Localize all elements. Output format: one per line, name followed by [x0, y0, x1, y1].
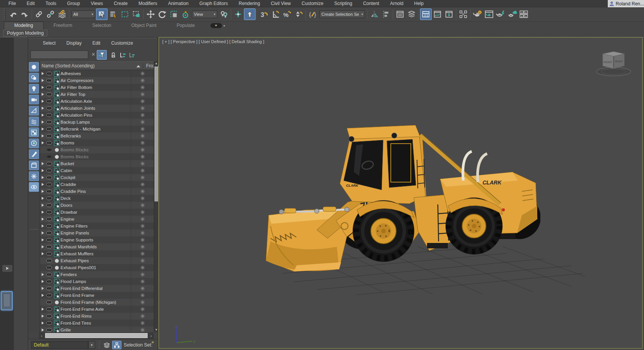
- object-name[interactable]: Adhesives: [61, 71, 131, 76]
- list-item[interactable]: Articulation Joints: [40, 105, 154, 112]
- object-name[interactable]: Doors: [61, 203, 131, 208]
- filter-containers-button[interactable]: [29, 161, 39, 170]
- expand-arrow-icon[interactable]: [42, 280, 44, 283]
- list-item[interactable]: Grille: [40, 327, 154, 332]
- toggle-scene-explorer-icon[interactable]: [394, 8, 406, 20]
- panel-drag-handle[interactable]: [28, 37, 158, 39]
- object-name[interactable]: Front-End Frame: [61, 293, 131, 298]
- filter-frozen-button[interactable]: [29, 171, 39, 181]
- frozen-icon[interactable]: [140, 113, 145, 117]
- frozen-icon[interactable]: [140, 258, 145, 263]
- list-item[interactable]: Booms: [40, 139, 154, 146]
- select-and-place-icon[interactable]: [180, 8, 191, 20]
- visibility-eye-icon[interactable]: [46, 134, 52, 138]
- menu-help[interactable]: Help: [409, 0, 429, 7]
- scroll-up-icon[interactable]: ▲: [154, 61, 158, 66]
- visibility-eye-icon[interactable]: [46, 314, 52, 318]
- select-and-scale-icon[interactable]: [168, 8, 180, 20]
- ribbon-tab-populate[interactable]: Populate: [166, 22, 205, 29]
- selection-filter-dropdown[interactable]: All▾: [71, 10, 95, 18]
- object-name[interactable]: Bucket: [61, 161, 131, 166]
- expand-materials-button[interactable]: 406: [29, 218, 39, 227]
- explorer-preset-dropdown[interactable]: Default: [31, 341, 88, 349]
- list-item[interactable]: Air Compressors: [40, 77, 154, 84]
- menu-modifiers[interactable]: Modifiers: [133, 0, 163, 7]
- lock-explorer-icon[interactable]: [108, 50, 118, 60]
- visibility-eye-closed-icon[interactable]: [46, 148, 52, 152]
- named-selection-sets-dropdown[interactable]: Create Selection Se▾: [319, 10, 365, 18]
- object-name[interactable]: Front-End Frame (Michigan): [61, 300, 131, 305]
- expand-arrow-icon[interactable]: [42, 204, 44, 207]
- object-name[interactable]: Cockpit: [61, 175, 131, 180]
- menu-animation[interactable]: Animation: [163, 0, 194, 7]
- bind-to-space-warp-icon[interactable]: [56, 8, 68, 20]
- asset-library-icon[interactable]: [518, 8, 530, 20]
- hierarchy-mode-button[interactable]: [112, 341, 121, 349]
- filter-hidden-button[interactable]: [29, 182, 39, 192]
- toggle-ribbon-icon[interactable]: [420, 8, 432, 20]
- slate-material-editor-icon[interactable]: [457, 8, 469, 20]
- list-item[interactable]: Engine Panels: [40, 229, 154, 236]
- expand-arrow-icon[interactable]: [42, 273, 44, 276]
- expand-arrow-icon[interactable]: [42, 252, 44, 255]
- expand-arrow-icon[interactable]: [42, 169, 44, 172]
- frozen-icon[interactable]: [140, 314, 145, 318]
- vertical-scrollbar[interactable]: ▲ ▼: [154, 61, 158, 332]
- expand-arrow-icon[interactable]: [42, 211, 44, 214]
- filter-lights-button[interactable]: [29, 84, 39, 94]
- list-item[interactable]: Cabin: [40, 167, 154, 174]
- select-and-rotate-icon[interactable]: [156, 8, 168, 20]
- visibility-eye-icon[interactable]: [46, 92, 52, 96]
- expand-arrow-icon[interactable]: [42, 224, 44, 228]
- expand-arrow-icon[interactable]: [42, 176, 44, 179]
- object-name[interactable]: Craddle: [61, 182, 131, 187]
- expand-arrow-icon[interactable]: [42, 308, 44, 311]
- render-production-icon[interactable]: [495, 8, 506, 20]
- layer-mode-icon[interactable]: [102, 341, 111, 349]
- frozen-icon[interactable]: [140, 168, 145, 173]
- collapse-hierarchy-icon[interactable]: [127, 50, 137, 60]
- object-name[interactable]: Exhaust Pipes001: [61, 265, 131, 270]
- list-item[interactable]: Booms Blocks: [40, 153, 154, 160]
- list-item[interactable]: Engine: [40, 216, 154, 223]
- object-name[interactable]: Grille: [61, 328, 131, 332]
- expand-arrow-icon[interactable]: [42, 93, 44, 96]
- list-item[interactable]: Exhaust Mufflers: [40, 250, 154, 257]
- list-item[interactable]: Engine Supports: [40, 236, 154, 243]
- rectangular-selection-region-icon[interactable]: [119, 8, 131, 20]
- frozen-icon[interactable]: [140, 78, 145, 83]
- list-item[interactable]: Craddle Pins: [40, 188, 154, 195]
- viewport-label[interactable]: [ + ] [ Perspective ] [ User Defined ] […: [162, 39, 264, 44]
- visibility-eye-icon[interactable]: [46, 189, 52, 193]
- frozen-icon[interactable]: [140, 85, 145, 90]
- list-item[interactable]: Exhaust Pipes: [40, 257, 154, 264]
- visibility-eye-icon[interactable]: [46, 127, 52, 131]
- menu-content[interactable]: Content: [358, 0, 385, 7]
- expand-arrow-icon[interactable]: [42, 197, 44, 200]
- explorer-menu-select[interactable]: Select: [39, 40, 59, 47]
- tab-polygon-modeling[interactable]: Polygon Modeling: [3, 30, 47, 37]
- list-item[interactable]: Front-End Rims: [40, 313, 154, 320]
- view-cube[interactable]: FRONT RIGHT: [594, 46, 634, 79]
- object-name[interactable]: Cabin: [61, 168, 131, 173]
- object-name[interactable]: Booms Blocks: [61, 154, 131, 159]
- toggle-layer-explorer-icon[interactable]: [406, 8, 417, 20]
- menu-tools[interactable]: Tools: [40, 0, 62, 7]
- object-name[interactable]: Backup Lamps: [61, 120, 131, 124]
- list-item[interactable]: Deck: [40, 195, 154, 202]
- list-item[interactable]: Booms Blocks: [40, 146, 154, 153]
- explorer-menu-display[interactable]: Display: [62, 40, 85, 47]
- visibility-eye-icon[interactable]: [46, 252, 52, 256]
- visibility-eye-icon[interactable]: [46, 176, 52, 179]
- object-name[interactable]: Bellcranks: [61, 134, 131, 138]
- frozen-icon[interactable]: [140, 321, 145, 325]
- frozen-icon[interactable]: [140, 147, 145, 152]
- list-item[interactable]: Air Filter Bottom: [40, 84, 154, 91]
- menu-file[interactable]: File: [3, 0, 21, 7]
- list-item[interactable]: Craddle: [40, 181, 154, 188]
- select-and-move-icon[interactable]: [145, 8, 156, 20]
- menu-create[interactable]: Create: [108, 0, 133, 7]
- list-item[interactable]: Articulation Axle: [40, 98, 154, 105]
- search-filter-button[interactable]: [97, 50, 107, 60]
- schematic-view-icon[interactable]: [443, 8, 455, 20]
